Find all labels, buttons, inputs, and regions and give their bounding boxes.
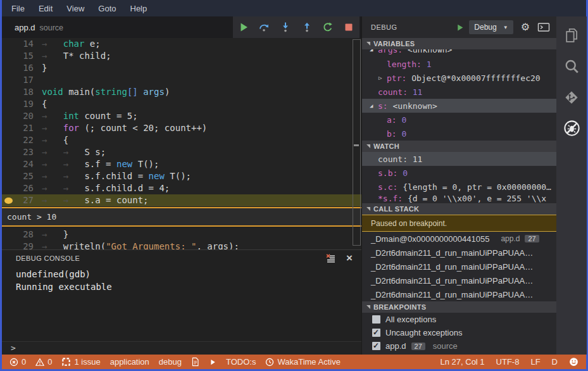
- status-debug[interactable]: debug: [159, 357, 182, 367]
- status-play-status[interactable]: [209, 358, 216, 366]
- call-stack-section-header[interactable]: CALL STACK: [362, 203, 556, 215]
- debug-config-dropdown[interactable]: Debug ▼: [469, 20, 513, 34]
- code-editor[interactable]: 14→char e;15→T* child;16}1718void main(s…: [2, 38, 361, 249]
- checkbox[interactable]: [372, 342, 380, 350]
- status-frame-status[interactable]: 1 issue: [61, 357, 100, 367]
- code-line-23[interactable]: 23→→S s;: [2, 146, 361, 158]
- twistie-open-icon[interactable]: ◢: [370, 103, 378, 109]
- source-control-icon[interactable]: [563, 89, 580, 106]
- step-into-button[interactable]: [278, 20, 292, 34]
- code-line-24[interactable]: 24→→s.f = new T();: [2, 158, 361, 170]
- breakpoint-row[interactable]: app.d27source: [362, 339, 556, 353]
- code-line-28[interactable]: 28→}: [2, 229, 361, 241]
- gutter-breakpoint-area[interactable]: [2, 38, 15, 50]
- code-line-14[interactable]: 14→char e;: [2, 38, 361, 50]
- callstack-frame[interactable]: _D2rt6dmain211_d_run_mainUiPPaPUAA…: [362, 287, 556, 301]
- menu-view[interactable]: View: [59, 4, 91, 13]
- status-warning-status[interactable]: 0: [35, 357, 52, 367]
- callstack-frame[interactable]: _D2rt6dmain211_d_run_mainUiPPaPUAA…: [362, 260, 556, 274]
- editor-scrollbar[interactable]: [352, 38, 361, 249]
- watch-section-header[interactable]: WATCH: [362, 141, 556, 152]
- code-line-26[interactable]: 26→→s.f.child.d = 4;: [2, 182, 361, 194]
- twistie-closed-icon[interactable]: ▷: [378, 75, 387, 81]
- code-line-20[interactable]: 20→int count = 5;: [2, 110, 361, 122]
- gutter-breakpoint-area[interactable]: [2, 158, 15, 170]
- breakpoint-condition-widget[interactable]: count > 10: [2, 207, 361, 227]
- gutter-breakpoint-area[interactable]: [2, 241, 15, 249]
- breakpoint-row[interactable]: Uncaught exceptions: [362, 326, 556, 339]
- variable-row-s[interactable]: ◢s: <unknown>: [362, 99, 556, 113]
- files-icon[interactable]: [563, 27, 580, 44]
- close-icon[interactable]: ×: [346, 254, 353, 263]
- console-prompt[interactable]: >: [2, 341, 361, 355]
- watch-row-sf[interactable]: *s.f: {d = 0 '\\x00', e = 255 '\\x: [362, 194, 556, 203]
- status-utf-8[interactable]: UTF-8: [496, 357, 520, 367]
- status-d[interactable]: D: [552, 357, 558, 367]
- callstack-frame[interactable]: _Dmain@0x0000000000441055app.d27: [362, 232, 556, 246]
- menu-file[interactable]: File: [4, 4, 32, 13]
- search-icon[interactable]: [563, 58, 580, 75]
- gutter-breakpoint-area[interactable]: [2, 98, 15, 110]
- code-line-22[interactable]: 22→{: [2, 134, 361, 146]
- variable-row-ptr[interactable]: ▷ptr: Object@*0x00007fffffffec20: [362, 71, 556, 85]
- step-over-button[interactable]: [258, 20, 272, 34]
- status-lf[interactable]: LF: [530, 357, 540, 367]
- gutter-breakpoint-area[interactable]: [2, 170, 15, 182]
- gutter-breakpoint-area[interactable]: [2, 134, 15, 146]
- gutter-breakpoint-area[interactable]: [2, 86, 15, 98]
- callstack-frame[interactable]: _D2rt6dmain211_d_run_mainUiPPaPUAA…: [362, 246, 556, 260]
- code-line-29[interactable]: 29→writeln("Got Arguments: ", args);: [2, 241, 361, 249]
- menu-edit[interactable]: Edit: [32, 4, 59, 13]
- variable-row-count[interactable]: count: 11: [362, 85, 556, 99]
- gutter-breakpoint-area[interactable]: [2, 182, 15, 194]
- debug-icon[interactable]: [563, 120, 580, 137]
- menu-goto[interactable]: Goto: [91, 4, 123, 13]
- gutter-breakpoint-area[interactable]: [2, 50, 15, 62]
- breakpoint-row[interactable]: All exceptions: [362, 313, 556, 326]
- variables-section-header[interactable]: VARIABLES: [362, 38, 556, 49]
- gutter-breakpoint-area[interactable]: [2, 229, 15, 241]
- breakpoint-dot[interactable]: [4, 198, 13, 204]
- status-application[interactable]: application: [110, 357, 149, 367]
- step-out-button[interactable]: [300, 20, 314, 34]
- continue-button[interactable]: [237, 20, 251, 34]
- stop-button[interactable]: [342, 20, 356, 34]
- code-line-27[interactable]: 27→→s.a = count;: [2, 194, 361, 206]
- restart-button[interactable]: [321, 20, 335, 34]
- menu-help[interactable]: Help: [123, 4, 154, 13]
- code-line-18[interactable]: 18void main(string[] args): [2, 86, 361, 98]
- code-line-21[interactable]: 21→for (; count < 20; count++): [2, 122, 361, 134]
- breakpoints-section-header[interactable]: BREAKPOINTS: [362, 301, 556, 313]
- code-line-17[interactable]: 17: [2, 74, 361, 86]
- variable-row-a[interactable]: a: 0: [362, 113, 556, 127]
- status-clock-status[interactable]: WakaTime Active: [265, 357, 340, 367]
- variable-row-args[interactable]: ◢args: <unknown>: [362, 49, 556, 57]
- gutter-breakpoint-area[interactable]: [2, 146, 15, 158]
- start-debug-icon[interactable]: [456, 23, 464, 32]
- status-ln-27-col-1[interactable]: Ln 27, Col 1: [440, 357, 484, 367]
- gutter-breakpoint-area[interactable]: [2, 110, 15, 122]
- code-line-16[interactable]: 16}: [2, 62, 361, 74]
- clear-console-icon[interactable]: [325, 253, 336, 264]
- tab-app-d[interactable]: app.d source: [2, 23, 72, 32]
- code-line-19[interactable]: 19{: [2, 98, 361, 110]
- code-line-15[interactable]: 15→T* child;: [2, 50, 361, 62]
- checkbox[interactable]: [372, 315, 380, 324]
- open-console-icon[interactable]: [537, 22, 550, 32]
- gutter-breakpoint-area[interactable]: [2, 62, 15, 74]
- status-file-status[interactable]: [191, 357, 199, 367]
- status-todo-s[interactable]: TODO:s: [226, 357, 256, 367]
- watch-row-sc[interactable]: s.c: {length = 0, ptr = 0x00000000…: [362, 180, 556, 194]
- scrollbar-slider[interactable]: [353, 39, 361, 246]
- gutter-breakpoint-area[interactable]: [2, 74, 15, 86]
- code-line-25[interactable]: 25→→s.f.child = new T();: [2, 170, 361, 182]
- callstack-frame[interactable]: _D2rt6dmain211_d_run_mainUiPPaPUAA…: [362, 274, 556, 287]
- gutter-breakpoint-area[interactable]: [2, 194, 15, 206]
- variable-row-b[interactable]: b: 0: [362, 127, 556, 141]
- checkbox[interactable]: [372, 329, 380, 337]
- gear-icon[interactable]: ⚙: [521, 22, 530, 32]
- status-smiley-status[interactable]: [569, 357, 579, 367]
- twistie-open-icon[interactable]: ◢: [370, 49, 378, 53]
- variable-row-length[interactable]: length: 1: [362, 57, 556, 71]
- watch-row-sb[interactable]: s.b: 0: [362, 166, 556, 180]
